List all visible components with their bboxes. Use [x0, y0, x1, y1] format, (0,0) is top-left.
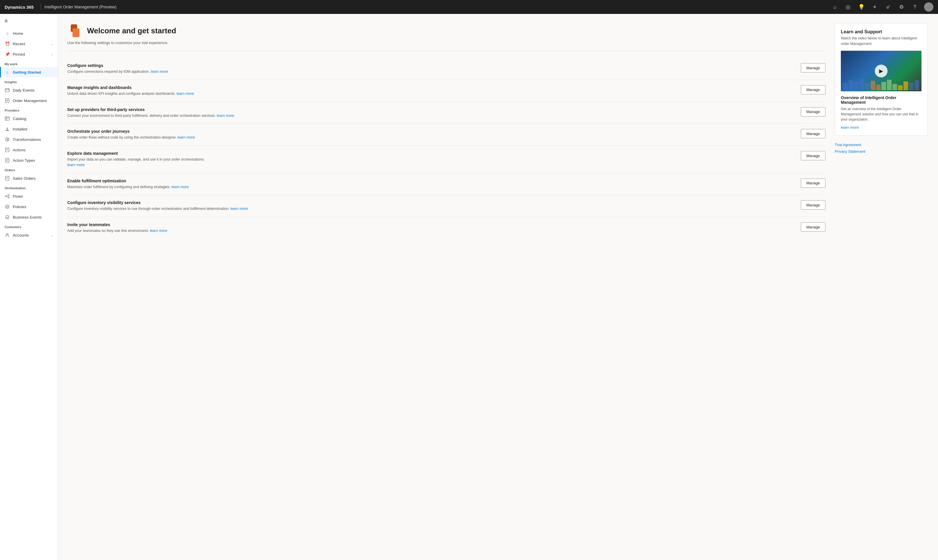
- search-icon[interactable]: ⌕: [831, 3, 839, 11]
- sidebar-item-catalog[interactable]: Catalog: [0, 113, 58, 124]
- sidebar-item-label: Daily Events: [13, 88, 34, 92]
- manage-button-inventory-visibility[interactable]: Manage: [801, 200, 825, 209]
- manage-button-invite-teammates[interactable]: Manage: [801, 222, 825, 232]
- sidebar-item-label: Installed: [13, 127, 27, 131]
- action-card-fulfillment-optimization: Enable fulfillment optimization Maximize…: [67, 173, 825, 195]
- manage-button-fulfillment-optimization[interactable]: Manage: [801, 178, 825, 188]
- svg-line-26: [6, 195, 8, 196]
- sidebar-section-providers: Providers: [0, 106, 58, 113]
- dynamics-logo: Dynamics 365: [5, 5, 34, 9]
- action-card-desc: Add your teammates so they use this envi…: [67, 228, 796, 234]
- play-button[interactable]: ▶: [875, 65, 887, 77]
- trial-agreement-link[interactable]: Trial Agreement: [835, 143, 927, 147]
- video-thumbnail[interactable]: ▶: [841, 51, 921, 91]
- sidebar-item-daily-events[interactable]: Daily Events: [0, 85, 58, 95]
- video-learn-more-link[interactable]: learn more: [841, 125, 859, 129]
- svg-point-30: [6, 215, 9, 219]
- action-card-desc: Import your data so you can validate, ma…: [67, 157, 796, 168]
- sidebar-item-label: Flows: [13, 194, 23, 198]
- sidebar-item-transformations[interactable]: Transformations: [0, 134, 58, 145]
- svg-rect-8: [5, 117, 9, 120]
- welcome-subtitle: Use the following settings to customize …: [67, 41, 825, 45]
- learn-more-link[interactable]: learn more: [151, 69, 168, 74]
- sidebar-item-label: Business Events: [13, 215, 42, 219]
- action-card-manage-insights: Manage insights and dashboards Unlock da…: [67, 80, 825, 102]
- svg-line-27: [6, 196, 8, 197]
- learn-more-link[interactable]: learn more: [67, 163, 85, 167]
- sidebar-item-label: Recent: [13, 42, 25, 46]
- manage-button-orchestrate-journeys[interactable]: Manage: [801, 129, 825, 138]
- pin-icon: 📌: [5, 52, 10, 57]
- svg-point-24: [8, 194, 9, 195]
- app-body: ≡ ⌂ Home ⏰ Recent ⌄ 📌 Pinned ⌄ My work ⌂…: [0, 14, 938, 560]
- action-card-desc: Configure inventory visibility services …: [67, 206, 796, 212]
- svg-point-25: [8, 197, 9, 198]
- topbar-app-name: Intelligent Order Management (Preview): [45, 5, 116, 9]
- manage-button-configure-settings[interactable]: Manage: [801, 63, 825, 72]
- manage-button-explore-data[interactable]: Manage: [801, 151, 825, 160]
- sidebar-item-label: Getting Started: [13, 70, 41, 74]
- action-card-configure-settings: Configure settings Configure connections…: [67, 58, 825, 80]
- target-icon[interactable]: ◎: [844, 3, 852, 11]
- lightbulb-icon[interactable]: 💡: [857, 3, 865, 11]
- action-card-desc: Configure connections required by IOM ap…: [67, 69, 796, 74]
- manage-button-setup-providers[interactable]: Manage: [801, 107, 825, 117]
- privacy-statement-link[interactable]: Privacy Statement: [835, 149, 927, 154]
- main-content: Welcome and get started Use the followin…: [58, 14, 938, 560]
- topbar-icons: ⌕ ◎ 💡 + 🜝 ⚙ ?: [831, 2, 933, 12]
- manage-button-manage-insights[interactable]: Manage: [801, 85, 825, 94]
- transformations-icon: [5, 137, 10, 142]
- sidebar-item-label: Sales Orders: [13, 176, 35, 181]
- topbar: Dynamics 365 Intelligent Order Managemen…: [0, 0, 938, 14]
- action-types-icon: [5, 158, 10, 163]
- learn-support-subtitle: Watch the video below to learn about Int…: [841, 35, 921, 47]
- learn-more-link[interactable]: learn more: [231, 207, 248, 211]
- sidebar-item-label: Pinned: [13, 52, 25, 57]
- chevron-down-icon: ⌄: [51, 233, 53, 237]
- action-card-invite-teammates: Invite your teammates Add your teammates…: [67, 217, 825, 239]
- avatar[interactable]: [924, 2, 933, 12]
- sidebar-item-label: Action Types: [13, 158, 35, 163]
- flows-icon: [5, 194, 10, 199]
- add-icon[interactable]: +: [871, 3, 879, 11]
- action-card-explore-data: Explore data management Import your data…: [67, 146, 825, 173]
- action-card-desc: Unlock data driven KPI insights and conf…: [67, 91, 796, 97]
- sidebar-item-flows[interactable]: Flows: [0, 191, 58, 202]
- sidebar-section-insights: Insights: [0, 77, 58, 85]
- sidebar-item-accounts[interactable]: Accounts ⌄: [0, 230, 58, 240]
- main-left: Welcome and get started Use the followin…: [67, 23, 825, 551]
- action-card-desc: Maximize order fulfillment by configurin…: [67, 185, 796, 190]
- sidebar: ≡ ⌂ Home ⏰ Recent ⌄ 📌 Pinned ⌄ My work ⌂…: [0, 14, 58, 560]
- sidebar-item-order-management[interactable]: Order Management: [0, 95, 58, 106]
- sidebar-item-sales-orders[interactable]: Sales Orders: [0, 173, 58, 183]
- filter-icon[interactable]: 🜝: [884, 3, 892, 11]
- sidebar-item-installed[interactable]: Installed: [0, 124, 58, 134]
- main-right: Learn and Support Watch the video below …: [835, 23, 927, 551]
- sidebar-item-home[interactable]: ⌂ Home: [0, 28, 58, 38]
- recent-icon: ⏰: [5, 41, 10, 46]
- sidebar-item-policies[interactable]: Policies: [0, 202, 58, 212]
- sidebar-item-pinned[interactable]: 📌 Pinned ⌄: [0, 49, 58, 59]
- learn-more-link[interactable]: learn more: [177, 135, 195, 139]
- sidebar-item-actions[interactable]: Actions: [0, 145, 58, 155]
- sidebar-section-my-work: My work: [0, 59, 58, 67]
- sidebar-item-getting-started[interactable]: ⌂ Getting Started: [0, 67, 58, 77]
- learn-more-link[interactable]: learn more: [177, 92, 194, 95]
- sidebar-item-business-events[interactable]: Business Events: [0, 212, 58, 222]
- sidebar-item-action-types[interactable]: Action Types: [0, 155, 58, 166]
- settings-icon[interactable]: ⚙: [897, 3, 906, 11]
- topbar-brand: Dynamics 365: [5, 5, 37, 9]
- learn-more-link[interactable]: learn more: [217, 114, 234, 118]
- getting-started-icon: ⌂: [5, 69, 10, 75]
- sidebar-item-recent[interactable]: ⏰ Recent ⌄: [0, 38, 58, 49]
- help-icon[interactable]: ?: [911, 3, 919, 11]
- sidebar-item-label: Catalog: [13, 117, 26, 121]
- sidebar-item-label: Actions: [13, 148, 26, 152]
- action-card-inventory-visibility: Configure inventory visibility services …: [67, 195, 825, 217]
- svg-point-23: [5, 195, 6, 197]
- action-card-setup-providers: Set up providers for third-party service…: [67, 102, 825, 124]
- hamburger-menu[interactable]: ≡: [0, 14, 58, 28]
- learn-more-link[interactable]: learn more: [171, 185, 189, 189]
- learn-more-link[interactable]: learn more: [150, 229, 167, 233]
- actions-icon: [5, 147, 10, 152]
